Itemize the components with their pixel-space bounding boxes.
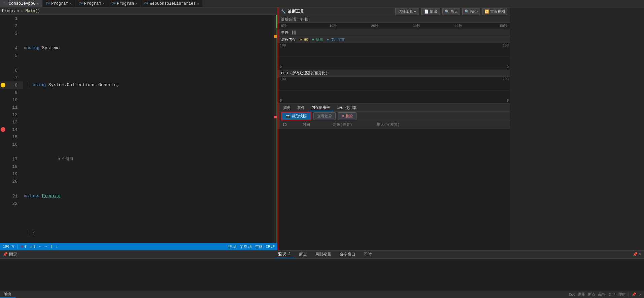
gutter-row-2: 2 (0, 22, 23, 30)
snapshot-table-body (278, 128, 510, 250)
tab-icon-cs: ⬛ (3, 2, 7, 6)
gutter-row-8: 8 (0, 81, 23, 89)
tab-webconsolelibraries[interactable]: C# WebConsoleLibraries ✕ (141, 0, 203, 7)
gold-label: 金台 (608, 292, 616, 297)
method-dropdown[interactable]: Main() (26, 9, 40, 13)
breadcrumb-file[interactable]: Program (2, 9, 19, 13)
gutter-row-10: 10 (0, 96, 23, 104)
code-editor[interactable]: ⊟ using System; │ using System.Collectio… (23, 15, 273, 243)
pin-bottom-btn[interactable]: 📌 (632, 292, 636, 297)
tab-program1[interactable]: C# Program ✕ (42, 0, 75, 7)
close-bottom-btn[interactable]: ✕ (639, 292, 641, 297)
output-tab[interactable]: 输出 (0, 291, 15, 298)
output-btn[interactable]: 📄 输出 (421, 8, 440, 15)
gutter-row-6: 6 (0, 67, 23, 74)
bottom-panel-pin[interactable]: 📌 (3, 252, 8, 257)
tab-immediate[interactable]: 即时 (360, 251, 375, 258)
panel-close-btn[interactable]: × (639, 252, 641, 257)
tab-close-program3[interactable]: ✕ (135, 2, 137, 6)
tab-program2[interactable]: C# Program ✕ (75, 0, 108, 7)
warning-icon: ⚠ (30, 244, 32, 249)
view-diff-btn[interactable]: 查看差异 (313, 112, 336, 120)
cpu-chart-label: CPU (所有处理器的百分比) (278, 70, 510, 77)
gutter-row-5: 5 (0, 52, 23, 59)
gutter-row-9: 9 (0, 89, 23, 96)
tab-close-program2[interactable]: ✕ (102, 2, 104, 6)
tab-icon-web: C# (144, 2, 148, 5)
take-snapshot-btn[interactable]: 📷 截取快照 (281, 112, 311, 120)
cpu-label: CPU (所有处理器的百分比) (281, 71, 328, 76)
tab-watch1[interactable]: 监视 1 (275, 251, 294, 258)
zoom-in-btn[interactable]: 🔍 放大 (442, 8, 460, 15)
scroll-indicator-arrow[interactable]: ↓ (56, 245, 58, 249)
private-legend-icon: ● 专用字节 (327, 37, 344, 42)
code-line-2: │ using System.Collections.Generic; (23, 81, 273, 89)
timer-label: 即时 (618, 292, 626, 297)
tab-events[interactable]: 事件 (294, 105, 308, 111)
cursor-line: 行:8 (228, 244, 236, 249)
tab-icon-program3: C# (111, 2, 115, 5)
memory-chart-section: 进程内存 ▽ GC ▼ 快照 ● 专用字节 100 0 100 0 (278, 36, 510, 70)
gutter-row-19: 19 (0, 170, 23, 178)
tab-breakpoints[interactable]: 断点 (296, 251, 310, 258)
memory-chart-area: 100 0 100 0 (278, 43, 510, 70)
error-icon: ⊗ (21, 244, 23, 249)
nav-back[interactable]: ← (39, 245, 41, 249)
output-label: 输出 (4, 292, 11, 297)
tab-icon-program2: C# (79, 2, 83, 5)
gutter-row-4: 4 (0, 44, 23, 52)
tab-close-web[interactable]: ✕ (197, 2, 199, 6)
diag-title: 诊断工具 (288, 9, 304, 14)
delete-label: 删除 (345, 114, 353, 118)
error-indicator[interactable]: ⊗ 0 (21, 244, 27, 249)
gutter-row-13: 13 (0, 118, 23, 126)
very-bottom-panel: 输出 Cod 调用 断点 品管 金台 即时 📌 ✕ (0, 291, 644, 298)
select-tool-btn[interactable]: 选择工具 ▾ (395, 8, 419, 15)
tab-consoleapp6[interactable]: ⬛ ConsoleApp6 ✕ (0, 0, 42, 7)
breadcrumb-sep: ▸ (21, 8, 23, 13)
zoom-out-btn[interactable]: 🔍 缩小 (462, 8, 480, 15)
status-divider-1 (17, 244, 18, 249)
editor-scrollbar[interactable] (273, 15, 277, 243)
delete-snapshot-btn[interactable]: ✕ 删除 (338, 112, 357, 120)
tab-summary[interactable]: 摘要 (280, 105, 294, 111)
panel-pin-btn[interactable]: 📌 (633, 252, 638, 257)
snapshot-label: 截取快照 (292, 114, 307, 119)
session-text: 诊断会话: 0 秒 (281, 17, 308, 22)
warning-indicator[interactable]: ⚠ 8 (30, 244, 36, 249)
cursor-char: 字符:5 (240, 244, 251, 249)
tab-close-program1[interactable]: ✕ (70, 2, 72, 6)
code-line-5: │ { (23, 229, 273, 237)
memory-chart-label: 进程内存 ▽ GC ▼ 快照 ● 专用字节 (278, 36, 510, 43)
gutter-row-11: 11 (0, 104, 23, 111)
diag-toolbar: 🔧 诊断工具 选择工具 ▾ 📄 输出 🔍 放大 🔍 缩小 🔁 重置视图 (278, 7, 510, 16)
scroll-thumb[interactable] (276, 15, 277, 28)
gutter-row-16: 16 (0, 141, 23, 148)
tab-program3[interactable]: C# Program ✕ (108, 0, 141, 7)
bottom-panel-header: 📌 固定 监视 1 断点 局部变量 命令窗口 即时 📌 × (0, 251, 644, 259)
breakpoint-warning[interactable] (1, 83, 5, 87)
tab-command[interactable]: 命令窗口 (336, 251, 359, 258)
reset-view-btn[interactable]: 🔁 重置视图 (482, 8, 507, 15)
breakpoints-bottom-label: 断点 (588, 292, 596, 297)
memory-label: 进程内存 (281, 37, 296, 42)
breakpoint-error[interactable] (1, 127, 5, 132)
line-gutter: 1 2 3 (0, 15, 23, 243)
code-label: Cod (569, 293, 576, 297)
tab-label-web: WebConsoleLibraries (150, 1, 196, 6)
nav-forward[interactable]: → (44, 245, 47, 249)
tab-close-consoleapp6[interactable]: ✕ (37, 2, 39, 6)
diag-icon: 🔧 (281, 9, 286, 14)
diag-bottom-tabs: 摘要 事件 内存使用率 CPU 使用率 (278, 104, 510, 112)
tab-cpu-usage[interactable]: CPU 使用率 (333, 105, 360, 111)
tab-memory-usage[interactable]: 内存使用率 (308, 104, 333, 111)
encoding: CRLF (266, 245, 275, 249)
editor-breadcrumb: Program ▸ Main() (0, 7, 277, 15)
cpu-chart-area: 100 0 100 0 (278, 77, 510, 104)
diagnostics-panel: 🔧 诊断工具 选择工具 ▾ 📄 输出 🔍 放大 🔍 缩小 🔁 重置视图 诊断会话… (278, 7, 510, 250)
gutter-row-3: 3 (0, 30, 23, 37)
tab-locals[interactable]: 局部变量 (312, 251, 335, 258)
tab-label-program1: Program (51, 1, 68, 6)
scroll-track (276, 15, 277, 243)
gutter-row-17: 17 (0, 155, 23, 163)
